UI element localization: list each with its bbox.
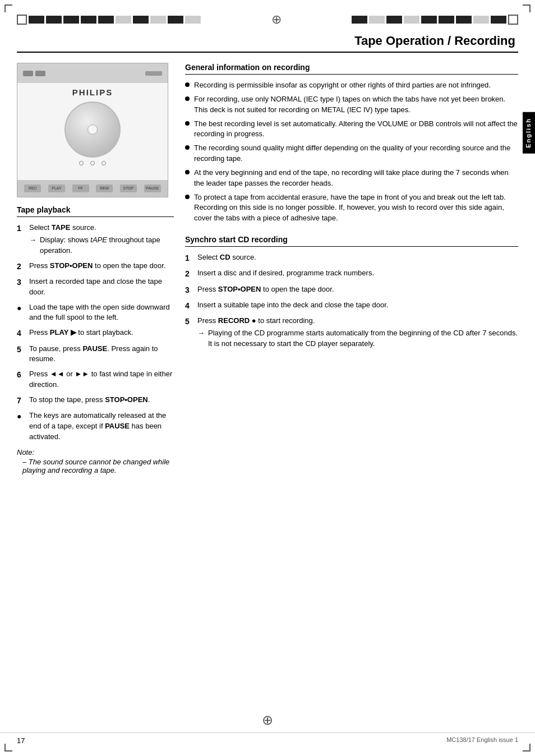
synchro-step-1: 1 Select CD source. xyxy=(185,252,518,264)
bar-seg xyxy=(168,16,183,24)
step-content: Load the tape with the open side downwar… xyxy=(29,302,174,324)
device-ctrl-ff: FF xyxy=(72,185,89,192)
general-info-bullet-2: For recording, use only NORMAL (IEC type… xyxy=(185,94,518,116)
tape-step-5: 5 To pause, press PAUSE. Press again to … xyxy=(17,344,174,365)
step-number: 1 xyxy=(17,223,25,256)
tape-step-3: 3 Insert a recorded tape and close the t… xyxy=(17,276,174,298)
tape-step-6: 6 Press ◄◄ or ►► to fast wind tape in ei… xyxy=(17,369,174,390)
tape-step-1: 1 Select TAPE source. → Display: shows t… xyxy=(17,223,174,256)
general-info-text: To protect a tape from accidental erasur… xyxy=(194,192,518,224)
step-number: 5 xyxy=(185,316,193,349)
synchro-list: 1 Select CD source. 2 Insert a disc and … xyxy=(185,252,518,349)
bar-seg xyxy=(491,16,506,24)
general-info-list: Recording is permissible insofar as copy… xyxy=(185,80,518,224)
tape-playback-header: Tape playback xyxy=(17,205,174,217)
device-button xyxy=(35,71,45,76)
device-top-controls xyxy=(23,71,45,76)
general-info-bullet-1: Recording is permissible insofar as copy… xyxy=(185,80,518,91)
device-ctrl-stop: STOP xyxy=(120,185,137,192)
step-number: 2 xyxy=(185,268,193,279)
device-ctrl-rewind: REC xyxy=(24,185,41,192)
corner-mark-tr xyxy=(523,4,531,12)
device-brand-label: PHILIPS xyxy=(72,87,113,97)
bullet-dot-icon xyxy=(185,121,190,126)
bar-seg-light xyxy=(185,16,201,24)
device-volume-slider xyxy=(145,71,162,76)
step-number: 2 xyxy=(17,261,25,272)
step-number: 6 xyxy=(17,369,25,390)
corner-bracket-right xyxy=(508,15,518,25)
general-info-text: For recording, use only NORMAL (IEC type… xyxy=(194,94,518,116)
synchro-step-2: 2 Insert a disc and if desired, programm… xyxy=(185,268,518,279)
bar-seg xyxy=(63,16,79,24)
step-content: Press ◄◄ or ►► to fast wind tape in eith… xyxy=(29,369,174,390)
crosshair-bottom: ⊕ xyxy=(262,712,273,728)
bar-seg-light xyxy=(473,16,489,24)
bullet-dot-icon xyxy=(185,170,190,174)
device-indicator-dot xyxy=(90,161,95,165)
synchro-step-3: 3 Press STOP•OPEN to open the tape door. xyxy=(185,284,518,296)
step-content: Press RECORD ● to start recording. → Pla… xyxy=(197,316,518,349)
synchro-header: Synchro start CD recording xyxy=(185,235,518,247)
device-top xyxy=(17,63,168,83)
synchro-step-4: 4 Insert a suitable tape into the deck a… xyxy=(185,300,518,311)
left-column: PHILIPS REC PLAY FF REW STOP PAUSE xyxy=(17,63,174,474)
device-cd-tray xyxy=(64,102,121,158)
bar-seg xyxy=(46,16,62,24)
step-content: Insert a disc and if desired, programme … xyxy=(197,268,518,279)
step-content: Press PLAY ▶ to start playback. xyxy=(29,328,174,339)
device-illustration: PHILIPS REC PLAY FF REW STOP PAUSE xyxy=(17,63,168,197)
step-content: Select CD source. xyxy=(197,252,518,264)
bottom-bar: 17 MC138/17 English issue 1 xyxy=(0,732,535,745)
top-bar-right xyxy=(352,15,518,25)
device-indicator-dot xyxy=(102,161,106,165)
crosshair-top xyxy=(268,11,285,28)
page-content: Tape Operation / Recording PHILIPS xyxy=(0,34,535,491)
step-number: 4 xyxy=(185,300,193,311)
note-text: – The sound source cannot be changed whi… xyxy=(17,458,174,474)
general-info-bullet-6: To protect a tape from accidental erasur… xyxy=(185,192,518,224)
tape-playback-list: 1 Select TAPE source. → Display: shows t… xyxy=(17,223,174,442)
general-info-text: Recording is permissible insofar as copy… xyxy=(194,80,491,91)
bar-seg-light xyxy=(404,16,419,24)
step-content: Press STOP•OPEN to open the tape door. xyxy=(29,261,174,272)
bar-seg xyxy=(421,16,437,24)
bar-seg-light xyxy=(150,16,166,24)
step-content: The keys are automatically released at t… xyxy=(29,411,174,442)
general-info-text: The best recording level is set automati… xyxy=(194,119,518,140)
step-number: 5 xyxy=(17,344,25,365)
general-info-text: At the very beginning and end of the tap… xyxy=(194,168,518,189)
step-sub: → Playing of the CD programme starts aut… xyxy=(197,328,518,349)
bullet-dot-icon xyxy=(185,96,190,101)
device-ctrl-rew: REW xyxy=(96,185,113,192)
step-number: 7 xyxy=(17,395,25,406)
arrow-icon: → xyxy=(197,328,205,349)
bar-seg xyxy=(81,16,96,24)
bullet-dot-icon xyxy=(185,145,190,150)
bar-seg xyxy=(98,16,114,24)
step-number: 3 xyxy=(185,284,193,296)
bullet-dot-icon xyxy=(185,195,190,199)
general-info-bullet-4: The recording sound quality might differ… xyxy=(185,143,518,164)
tape-step-4: 4 Press PLAY ▶ to start playback. xyxy=(17,328,174,339)
tape-step-7: 7 To stop the tape, press STOP•OPEN. xyxy=(17,395,174,406)
synchro-step-5: 5 Press RECORD ● to start recording. → P… xyxy=(185,316,518,349)
language-label: English xyxy=(523,112,535,154)
bar-seg xyxy=(456,16,472,24)
bullet-dot-icon xyxy=(185,82,190,87)
page-title: Tape Operation / Recording xyxy=(17,34,518,53)
note-block: Note: – The sound source cannot be chang… xyxy=(17,448,174,474)
bar-seg xyxy=(352,16,367,24)
content-columns: PHILIPS REC PLAY FF REW STOP PAUSE xyxy=(17,63,518,474)
step-sub-text: Display: shows tAPE throughout tape oper… xyxy=(40,235,174,256)
top-bar-left xyxy=(17,15,201,25)
arrow-icon: → xyxy=(29,235,36,256)
device-indicators xyxy=(79,161,106,165)
general-info-bullet-3: The best recording level is set automati… xyxy=(185,119,518,140)
step-sub-text: Playing of the CD programme starts autom… xyxy=(208,328,518,349)
tape-bullet-2: ● The keys are automatically released at… xyxy=(17,411,174,442)
step-number: 4 xyxy=(17,328,25,339)
corner-bracket-left xyxy=(17,15,27,25)
tape-step-2: 2 Press STOP•OPEN to open the tape door. xyxy=(17,261,174,272)
tape-bullet-1: ● Load the tape with the open side downw… xyxy=(17,302,174,324)
